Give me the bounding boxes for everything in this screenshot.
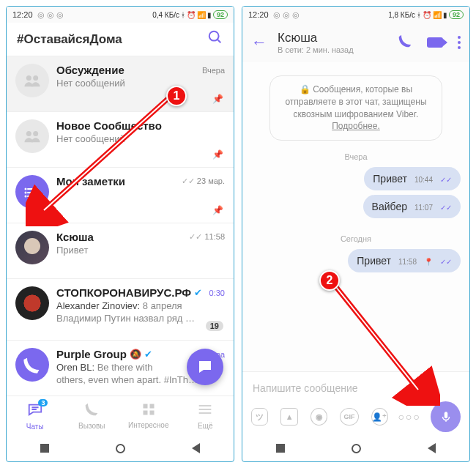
avatar-logo — [15, 286, 49, 320]
nav-recent[interactable] — [40, 444, 49, 453]
read-icon: ✓✓ — [440, 176, 452, 184]
tab-badge: 3 — [38, 399, 48, 406]
annotation-marker-1: 1 — [166, 86, 187, 106]
signal-icon: ▮ — [207, 11, 212, 19]
call-icon[interactable] — [398, 34, 412, 52]
chat-item-ksyusha[interactable]: Ксюша✓✓11:58 Привет — [7, 223, 234, 279]
avatar-group-icon — [15, 64, 49, 97]
status-time: 12:20 — [12, 10, 33, 19]
chat-preview: Привет — [56, 245, 225, 257]
search-icon[interactable] — [207, 29, 223, 49]
checks-icon: ✓✓ — [182, 177, 195, 185]
message-out[interactable]: Вайбер 11:07 ✓✓ — [363, 195, 461, 218]
chat-list: ОбсуждениеВчера Нет сообщений 📌 Новое Со… — [7, 56, 234, 395]
wifi-icon: 📶 — [433, 11, 442, 19]
bluetooth-icon: ᚼ — [417, 11, 421, 19]
message-time: 11:07 — [414, 204, 433, 212]
chat-name: СТОПКОРОНАВИРУС.РФ — [56, 286, 191, 299]
svg-point-4 — [26, 131, 31, 136]
svg-point-5 — [33, 131, 38, 136]
more-attachments-icon[interactable]: ○○○ — [401, 408, 418, 426]
message-out[interactable]: Привет 11:58 📍 ✓✓ — [348, 249, 461, 272]
chat-item-notes[interactable]: Мои заметки✓✓23 мар. 📌 — [7, 168, 234, 223]
chat-name: Ксюша — [56, 231, 94, 243]
chat-item-discussion[interactable]: ОбсуждениеВчера Нет сообщений 📌 — [7, 56, 234, 112]
verified-icon: ✔ — [144, 349, 152, 360]
wifi-icon: 📶 — [197, 11, 206, 19]
gallery-icon[interactable]: ▲ — [280, 408, 297, 426]
more-options-icon[interactable] — [458, 36, 461, 49]
unread-badge: 19 — [206, 321, 223, 331]
chat-time: ✓✓11:58 — [189, 232, 225, 242]
svg-point-9 — [25, 188, 27, 190]
encryption-notice[interactable]: 🔒 Сообщения, которые вы отправляете в эт… — [269, 75, 442, 141]
chat-time: Вчера — [202, 66, 225, 75]
tab-calls[interactable]: Вызовы — [64, 396, 121, 435]
contact-name[interactable]: Ксюша — [278, 31, 354, 45]
svg-point-10 — [25, 192, 27, 194]
date-separator: Сегодня — [341, 234, 371, 243]
signal-icon: ▮ — [443, 11, 447, 19]
tab-more[interactable]: Ещё — [177, 396, 234, 435]
back-button[interactable]: ← — [251, 33, 267, 52]
android-nav — [242, 435, 469, 461]
status-bar: 12:20 ◎ ◎ ◎ 0,4 КБ/с ᚼ ⏰ 📶 ▮ 92 — [7, 7, 234, 23]
message-out[interactable]: Привет 10:44 ✓✓ — [364, 167, 461, 190]
nav-back[interactable] — [428, 443, 436, 453]
phone-chat-list: 12:20 ◎ ◎ ◎ 0,4 КБ/с ᚼ ⏰ 📶 ▮ 92 #Оставай… — [6, 6, 234, 462]
status-right: 0,4 КБ/с ᚼ ⏰ 📶 ▮ 92 — [152, 10, 228, 19]
status-icons-left: ◎ ◎ ◎ — [37, 10, 64, 20]
contact-share-icon[interactable]: 👤⁺ — [371, 408, 388, 426]
battery-icon: 92 — [449, 10, 464, 19]
chat-name: Новое Сообщество — [56, 119, 162, 132]
chat-preview2: Владимир Путин назвал ряд … — [56, 313, 225, 324]
sticker-icon[interactable]: ツ — [251, 408, 268, 426]
conversation-area: 🔒 Сообщения, которые вы отправляете в эт… — [242, 62, 469, 371]
chat-name: Обсуждение — [56, 64, 124, 76]
gif-icon[interactable]: GIF — [340, 408, 358, 426]
chat-item-stopcorona[interactable]: СТОПКОРОНАВИРУС.РФ✔0:30 Alexander Zinovi… — [7, 279, 234, 341]
camera-icon[interactable]: ◉ — [310, 408, 327, 426]
message-text: Привет — [357, 255, 391, 267]
message-input-bar: Напишите сообщение ツ ▲ ◉ GIF 👤⁺ ○○○ — [242, 371, 469, 435]
message-text: Вайбер — [372, 201, 407, 212]
voice-message-button[interactable] — [431, 401, 461, 432]
checks-icon: ✓✓ — [189, 232, 202, 241]
svg-rect-18 — [199, 405, 212, 406]
calls-icon — [84, 402, 99, 420]
nav-home[interactable] — [116, 444, 125, 453]
verified-icon: ✔ — [194, 287, 202, 298]
android-nav — [7, 435, 234, 461]
svg-rect-19 — [199, 409, 212, 410]
status-bar: 12:20 ◎ ◎ ◎ 1,8 КБ/с ᚼ ⏰ 📶 ▮ 92 — [242, 7, 469, 23]
compose-fab[interactable] — [187, 349, 223, 385]
message-input[interactable]: Напишите сообщение — [250, 378, 462, 401]
chat-time: 0:30 — [209, 289, 225, 297]
chat-item-community[interactable]: Новое Сообщество Нет сообщений 📌 — [7, 112, 234, 168]
chat-list-header: #ОставайсяДома — [7, 23, 234, 56]
tab-chats[interactable]: 3 Чаты — [7, 396, 64, 435]
svg-rect-17 — [149, 410, 154, 415]
tab-explore[interactable]: Интересное — [120, 396, 177, 435]
nav-home[interactable] — [352, 444, 361, 453]
phone-conversation: 12:20 ◎ ◎ ◎ 1,8 КБ/с ᚼ ⏰ 📶 ▮ 92 ← Ксюша … — [242, 6, 470, 462]
encryption-more-link[interactable]: Подробнее. — [332, 121, 380, 131]
muted-icon: 🔕 — [130, 349, 141, 360]
page-title: #ОставайсяДома — [17, 32, 122, 47]
pin-icon: 📌 — [212, 149, 223, 160]
lock-icon: 🔒 — [300, 84, 310, 94]
svg-rect-16 — [143, 410, 147, 415]
chat-preview: Alexander Zinoviev: 8 апреля — [56, 300, 225, 313]
status-icons-left: ◎ ◎ ◎ — [273, 10, 300, 20]
location-icon: 📍 — [424, 258, 433, 266]
read-icon: ✓✓ — [440, 204, 452, 212]
status-time: 12:20 — [248, 10, 269, 19]
tab-label: Интересное — [128, 421, 169, 429]
tab-label: Вызовы — [78, 422, 105, 430]
video-call-icon[interactable] — [427, 37, 443, 48]
svg-rect-23 — [444, 412, 447, 418]
nav-back[interactable] — [192, 443, 200, 453]
battery-icon: 92 — [213, 10, 228, 19]
nav-recent[interactable] — [276, 444, 285, 453]
explore-icon — [142, 403, 155, 420]
